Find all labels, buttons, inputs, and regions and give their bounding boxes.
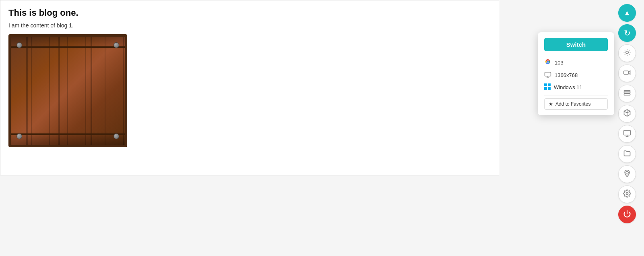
popup-card: Switch 103 bbox=[538, 32, 614, 115]
chrome-icon bbox=[544, 58, 551, 67]
record-button[interactable] bbox=[618, 65, 636, 82]
blog-title: This is blog one. bbox=[8, 8, 491, 18]
wood-grain-2 bbox=[49, 37, 50, 145]
svg-rect-16 bbox=[548, 83, 551, 86]
video-icon bbox=[623, 69, 631, 78]
bolt-br bbox=[114, 133, 119, 139]
box-button[interactable] bbox=[618, 105, 636, 123]
bolt-tr bbox=[114, 42, 119, 48]
svg-point-6 bbox=[626, 171, 629, 174]
wood-grain-3 bbox=[67, 37, 68, 145]
browser-version: 103 bbox=[555, 60, 564, 66]
sync-icon: ↻ bbox=[624, 28, 631, 38]
svg-rect-15 bbox=[544, 83, 547, 86]
bolt-bl bbox=[17, 133, 22, 139]
bolt-tl bbox=[17, 42, 22, 48]
files-button[interactable] bbox=[618, 145, 636, 163]
sidebar-toolbar: ▲ ↻ bbox=[618, 4, 636, 223]
folder-icon bbox=[623, 149, 631, 159]
resolution-info-row: 1366x768 bbox=[544, 69, 608, 81]
layers-button[interactable] bbox=[618, 85, 636, 102]
location-button[interactable] bbox=[618, 165, 636, 183]
svg-rect-3 bbox=[624, 92, 630, 93]
browser-info-row: 103 bbox=[544, 56, 608, 69]
svg-rect-5 bbox=[624, 130, 631, 135]
display-button[interactable] bbox=[618, 125, 636, 143]
wood-grain-1 bbox=[31, 37, 32, 145]
power-button[interactable] bbox=[618, 206, 636, 223]
box-icon bbox=[623, 109, 631, 119]
bug-icon bbox=[623, 48, 631, 58]
star-icon: ★ bbox=[549, 101, 553, 107]
display-icon bbox=[623, 129, 631, 139]
svg-rect-14 bbox=[545, 72, 551, 76]
svg-rect-4 bbox=[624, 94, 630, 95]
wood-grain-5 bbox=[105, 37, 105, 145]
crate-plank-top bbox=[11, 46, 125, 48]
location-icon bbox=[623, 169, 631, 179]
svg-rect-2 bbox=[624, 90, 630, 92]
svg-point-7 bbox=[626, 193, 628, 195]
svg-rect-18 bbox=[548, 87, 551, 90]
sync-button[interactable]: ↻ bbox=[618, 24, 636, 42]
svg-rect-17 bbox=[544, 87, 547, 90]
settings-button[interactable] bbox=[618, 185, 636, 203]
chevron-up-icon: ▲ bbox=[623, 9, 631, 17]
favorites-label: Add to Favorites bbox=[555, 101, 590, 107]
windows-icon bbox=[544, 83, 551, 91]
svg-point-12 bbox=[547, 61, 549, 63]
popup-divider bbox=[544, 96, 608, 96]
collapse-button[interactable]: ▲ bbox=[618, 4, 636, 22]
add-to-favorites-button[interactable]: ★ Add to Favorites bbox=[544, 98, 608, 110]
os-info-row: Windows 11 bbox=[544, 81, 608, 93]
debug-button[interactable] bbox=[618, 44, 636, 62]
main-content-area: This is blog one. I am the content of bl… bbox=[0, 0, 499, 175]
blog-content: I am the content of blog 1. bbox=[8, 22, 491, 29]
crate-plank-bottom bbox=[11, 133, 125, 135]
power-icon bbox=[623, 210, 631, 219]
screen-resolution: 1366x768 bbox=[555, 72, 578, 78]
switch-button[interactable]: Switch bbox=[544, 38, 608, 51]
svg-rect-1 bbox=[624, 71, 629, 74]
wood-grain-4 bbox=[85, 37, 86, 145]
svg-point-0 bbox=[626, 51, 629, 54]
layers-icon bbox=[623, 89, 631, 98]
monitor-icon bbox=[544, 71, 551, 79]
gear-icon bbox=[623, 189, 631, 199]
crate-image bbox=[8, 34, 127, 147]
os-name: Windows 11 bbox=[554, 84, 582, 90]
